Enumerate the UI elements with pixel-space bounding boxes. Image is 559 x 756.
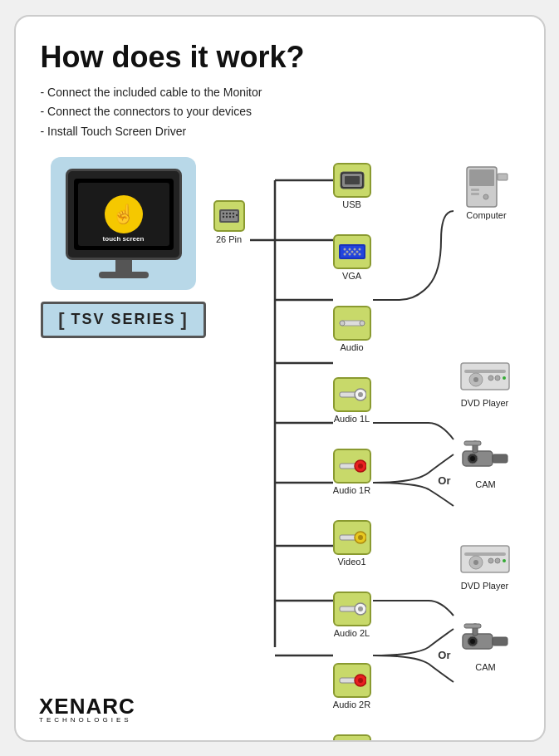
instructions-list: Connect the included cable to the Monito… bbox=[41, 83, 519, 142]
svg-rect-79 bbox=[464, 552, 506, 556]
computer-block: Computer bbox=[463, 165, 511, 220]
svg-rect-88 bbox=[493, 637, 508, 646]
video1-connector-icon bbox=[333, 520, 371, 555]
svg-rect-41 bbox=[340, 392, 356, 397]
vga-connector-block: VGA bbox=[333, 234, 371, 306]
dvd1-icon bbox=[459, 356, 511, 396]
audio2r-connector-icon bbox=[333, 663, 371, 698]
usb-connector-block: USB bbox=[333, 157, 371, 234]
svg-text:TECHNOLOGIES: TECHNOLOGIES bbox=[39, 716, 132, 722]
dvd2-label: DVD Player bbox=[461, 581, 508, 591]
touch-finger-icon: ☝ bbox=[112, 204, 135, 225]
instruction-1: Connect the included cable to the Monito… bbox=[41, 83, 519, 103]
monitor-stand-top bbox=[115, 260, 132, 272]
instruction-3: Install Touch Screen Driver bbox=[41, 122, 519, 142]
svg-point-2 bbox=[222, 213, 223, 214]
svg-point-10 bbox=[235, 214, 237, 216]
svg-point-33 bbox=[353, 253, 356, 255]
svg-point-70 bbox=[495, 376, 500, 380]
dvd1-label: DVD Player bbox=[461, 398, 508, 408]
svg-point-49 bbox=[358, 535, 363, 540]
cam1-block: CAM bbox=[461, 439, 511, 489]
svg-point-28 bbox=[348, 248, 351, 250]
svg-rect-60 bbox=[469, 169, 494, 186]
svg-point-27 bbox=[343, 248, 346, 250]
svg-point-69 bbox=[488, 376, 493, 380]
audio-connector-icon bbox=[333, 306, 371, 341]
audio1l-connector-block: Audio 1L bbox=[333, 377, 371, 449]
svg-point-35 bbox=[346, 250, 348, 253]
audio-label: Audio bbox=[340, 342, 363, 352]
cam1-label: CAM bbox=[475, 479, 495, 489]
svg-point-63 bbox=[483, 194, 488, 199]
svg-rect-66 bbox=[464, 370, 506, 373]
video1-connector-block: Video1 bbox=[333, 520, 371, 592]
svg-point-82 bbox=[488, 558, 493, 563]
page-title: How does it work? bbox=[41, 40, 519, 75]
audio2l-label: Audio 2L bbox=[334, 628, 370, 638]
usb-connector-icon bbox=[333, 163, 371, 198]
touch-circle: ☝ bbox=[105, 195, 143, 233]
svg-point-34 bbox=[358, 253, 360, 255]
audio-connector-block: Audio bbox=[333, 306, 371, 377]
cam2-icon bbox=[461, 622, 511, 660]
svg-point-68 bbox=[473, 377, 478, 382]
svg-point-83 bbox=[495, 558, 500, 563]
svg-point-7 bbox=[225, 216, 227, 218]
audio2r-connector-block: Audio 2R bbox=[333, 663, 371, 734]
svg-point-4 bbox=[228, 213, 230, 214]
audio1r-connector-block: Audio 1R bbox=[333, 449, 371, 520]
right-bracket: ] bbox=[181, 309, 189, 331]
video1-label: Video1 bbox=[337, 557, 365, 567]
svg-point-40 bbox=[360, 321, 365, 326]
svg-point-29 bbox=[353, 248, 356, 250]
svg-point-5 bbox=[232, 213, 233, 214]
xenarc-logo: XENARC TECHNOLOGIES bbox=[39, 690, 147, 725]
svg-point-84 bbox=[503, 559, 506, 562]
svg-rect-62 bbox=[471, 193, 479, 195]
svg-point-37 bbox=[356, 250, 358, 253]
monitor-screen: ☝ touch screen bbox=[74, 179, 174, 250]
svg-rect-47 bbox=[340, 535, 356, 540]
or-label-2: Or bbox=[438, 647, 450, 662]
svg-point-74 bbox=[470, 456, 475, 461]
cam1-icon bbox=[461, 439, 511, 478]
xenarc-logo-svg: XENARC TECHNOLOGIES bbox=[39, 690, 147, 722]
svg-point-8 bbox=[228, 216, 230, 218]
monitor-body: ☝ touch screen bbox=[66, 169, 182, 260]
main-card: How does it work? Connect the included c… bbox=[14, 15, 546, 742]
logo-area: XENARC TECHNOLOGIES bbox=[39, 690, 147, 725]
svg-rect-53 bbox=[340, 678, 356, 683]
svg-rect-78 bbox=[461, 546, 509, 572]
left-bracket: [ bbox=[58, 309, 66, 331]
tsv-label: TSV SERIES bbox=[71, 311, 175, 328]
audio1r-connector-icon bbox=[333, 449, 371, 484]
monitor-wrapper: ☝ touch screen bbox=[51, 157, 196, 290]
audio1l-label: Audio 1L bbox=[334, 414, 370, 424]
svg-rect-50 bbox=[340, 606, 356, 611]
instruction-2: Connect the connectors to your devices bbox=[41, 102, 519, 122]
svg-point-36 bbox=[351, 250, 353, 253]
vga-label: VGA bbox=[342, 271, 361, 281]
computer-icon bbox=[463, 165, 511, 209]
left-section: ☝ touch screen [ TSV SERIES ] bbox=[41, 157, 207, 338]
svg-point-3 bbox=[225, 213, 227, 214]
svg-rect-65 bbox=[461, 363, 509, 390]
svg-rect-61 bbox=[471, 189, 479, 191]
video2-connector-block: Video2 bbox=[333, 734, 371, 742]
svg-rect-77 bbox=[464, 441, 481, 445]
dvd2-icon bbox=[459, 539, 511, 579]
svg-point-6 bbox=[222, 216, 223, 218]
pin-label: 26 Pin bbox=[216, 234, 242, 244]
svg-point-32 bbox=[348, 253, 351, 255]
svg-point-52 bbox=[358, 606, 363, 611]
video2-connector-icon bbox=[333, 734, 371, 742]
computer-label: Computer bbox=[466, 210, 506, 220]
svg-rect-64 bbox=[498, 174, 508, 180]
tsv-badge: [ TSV SERIES ] bbox=[41, 302, 206, 338]
audio1r-label: Audio 1R bbox=[333, 485, 370, 495]
usb-label: USB bbox=[342, 199, 361, 209]
svg-point-87 bbox=[470, 639, 475, 644]
cam2-block: CAM bbox=[461, 622, 511, 672]
diagram-svg bbox=[250, 157, 546, 697]
